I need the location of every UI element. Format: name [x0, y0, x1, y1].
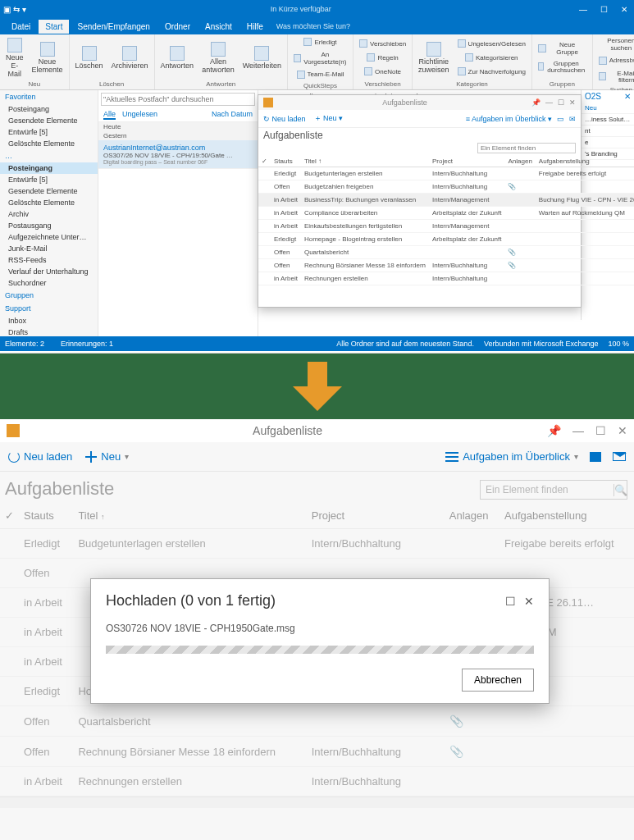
table-row[interactable]: in ArbeitBusinessTrip: Buchungen veranla…	[258, 194, 634, 207]
tab-hilfe[interactable]: Hilfe	[240, 20, 270, 34]
tab-start[interactable]: Start	[39, 20, 69, 34]
support-header[interactable]: Support	[0, 302, 98, 315]
move-button[interactable]: Verschieben	[357, 38, 408, 51]
folder-item[interactable]: Entwürfe [5]	[0, 126, 98, 138]
folder-item[interactable]: Suchordner	[0, 277, 98, 289]
folder-item[interactable]: Entwürfe [5]	[0, 174, 98, 185]
folder-item[interactable]: Posteingang	[0, 103, 98, 115]
close-icon[interactable]: ✕	[618, 5, 631, 14]
table-row[interactable]: ErledigtBudgetunterlagen erstellenIntern…	[258, 167, 634, 180]
filter-mail[interactable]: E-Mail filtern	[596, 69, 634, 87]
reload-button[interactable]: Neu laden	[8, 450, 72, 463]
account-header[interactable]: …	[0, 149, 98, 162]
maximize-icon[interactable]: ☐	[597, 5, 611, 14]
close-icon[interactable]: ✕	[569, 98, 576, 107]
tell-me[interactable]: Was möchten Sie tun?	[276, 22, 350, 30]
mail-icon[interactable]: ✉	[569, 115, 576, 123]
table-row[interactable]: in ArbeitRechnungen erstellenIntern/Buch…	[258, 272, 634, 285]
folder-item[interactable]: Inbox	[0, 315, 98, 326]
groups-header[interactable]: Gruppen	[0, 289, 98, 302]
o2s-item[interactable]: e	[582, 137, 634, 148]
new-button[interactable]: Neu▾	[85, 450, 129, 463]
search-input[interactable]	[101, 93, 255, 106]
pin-icon[interactable]: 📌	[547, 424, 561, 437]
new-items-button[interactable]: Neue Elemente	[30, 36, 66, 80]
view-selector[interactable]: ≡ Aufgaben im Überblick ▾	[466, 115, 552, 123]
group-today[interactable]: Heute	[98, 122, 258, 131]
folder-item[interactable]: RSS-Feeds	[0, 254, 98, 266]
view-selector[interactable]: Aufgaben im Überblick▾	[445, 450, 578, 463]
onenote-button[interactable]: OneNote	[357, 66, 408, 79]
folder-item[interactable]: Postausgang	[0, 220, 98, 231]
tab-datei[interactable]: Datei	[5, 20, 37, 34]
rules-button[interactable]: Regeln	[357, 52, 408, 65]
table-row[interactable]: OffenRechnung Börsianer Messe 18 einford…	[258, 259, 634, 272]
folder-item[interactable]: Aufgezeichnete Unterha…	[0, 231, 98, 243]
table-row[interactable]: OffenBudgetzahlen freigebenIntern/Buchha…	[258, 180, 634, 194]
col-title[interactable]: Titel ↑	[301, 156, 429, 167]
unread-button[interactable]: Ungelesen/Gelesen	[455, 38, 528, 51]
followup-button[interactable]: Zur Nachverfolgung	[455, 66, 528, 79]
browse-groups-button[interactable]: Gruppen durchsuchen	[536, 59, 589, 77]
sort-by[interactable]: Nach Datum	[212, 110, 253, 120]
new-button[interactable]: ＋ Neu ▾	[314, 113, 344, 124]
o2s-close-icon[interactable]: ✕	[624, 92, 631, 101]
new-mail-button[interactable]: Neue E-Mail	[3, 36, 26, 80]
new-group-button[interactable]: Neue Gruppe	[536, 40, 589, 58]
filter-all[interactable]: Alle	[103, 110, 116, 120]
minimize-icon[interactable]: —	[545, 98, 553, 107]
cancel-button[interactable]: Abbrechen	[462, 669, 534, 692]
maximize-icon[interactable]: ☐	[505, 595, 516, 608]
folder-pane[interactable]: Favoriten Posteingang Gesendete Elemente…	[0, 90, 98, 336]
folder-item[interactable]: Gelöschte Elemente	[0, 197, 98, 208]
o2s-new[interactable]: Neu	[582, 103, 634, 114]
close-icon[interactable]: ✕	[618, 424, 627, 437]
qs-boss[interactable]: An Vorgesetzte(n)	[291, 50, 349, 68]
col-status[interactable]: Stauts	[271, 156, 301, 167]
pin-icon[interactable]: 📌	[531, 98, 540, 107]
folder-item-inbox[interactable]: Posteingang	[0, 162, 98, 174]
tab-senden[interactable]: Senden/Empfangen	[71, 20, 156, 34]
filter-unread[interactable]: Ungelesen	[122, 110, 157, 120]
card-icon[interactable]: ▭	[557, 115, 564, 123]
card-view-icon[interactable]	[590, 452, 601, 462]
address-book[interactable]: Adressbuch	[596, 55, 634, 68]
folder-item[interactable]: Verlauf der Unterhaltung	[0, 266, 98, 277]
table-row[interactable]: ErledigtHomepage - Blogeintrag erstellen…	[258, 233, 634, 246]
delete-button[interactable]: Löschen	[73, 36, 106, 80]
folder-item[interactable]: Archiv	[0, 208, 98, 220]
folder-item[interactable]: Gesendete Elemente	[0, 185, 98, 197]
policy-button[interactable]: Richtlinie zuweisen	[416, 36, 452, 80]
o2s-item[interactable]: …iness Solutions	[582, 114, 634, 126]
reply-all-button[interactable]: Allen antworten	[199, 36, 237, 80]
qs-done[interactable]: Erledigt	[291, 36, 349, 49]
col-attach[interactable]: Anlagen	[504, 156, 535, 167]
qs-team[interactable]: Team-E-Mail	[291, 69, 349, 82]
forward-button[interactable]: Weiterleiten	[240, 36, 284, 80]
folder-item[interactable]: Drafts	[0, 326, 98, 336]
group-yesterday[interactable]: Gestern	[98, 131, 258, 140]
o2s-item[interactable]: nt	[582, 126, 634, 137]
table-row[interactable]: in ArbeitCompliance überarbeitenArbeitsp…	[258, 207, 634, 220]
quickaccess[interactable]: ▣ ⇆ ▾	[3, 5, 26, 14]
folder-item[interactable]: Gelöschte Elemente	[0, 138, 98, 149]
minimize-icon[interactable]: —	[576, 5, 591, 14]
tab-ordner[interactable]: Ordner	[158, 20, 197, 34]
favorites-header[interactable]: Favoriten	[0, 90, 98, 103]
reload-button[interactable]: ↻ Neu laden	[263, 115, 306, 123]
mail-icon[interactable]	[613, 452, 626, 461]
table-row[interactable]: OffenQuartalsbericht📎	[258, 246, 634, 259]
tab-ansicht[interactable]: Ansicht	[198, 20, 239, 34]
people-search[interactable]: Personen suchen	[596, 36, 634, 54]
folder-item[interactable]: Gesendete Elemente	[0, 115, 98, 126]
message-item[interactable]: AustrianInternet@austrian.com OS307/26 N…	[98, 140, 258, 169]
categorize-button[interactable]: Kategorisieren	[455, 52, 528, 65]
close-icon[interactable]: ✕	[524, 595, 534, 608]
minimize-icon[interactable]: —	[572, 424, 584, 437]
zoom-level[interactable]: 100 %	[608, 340, 629, 348]
reply-button[interactable]: Antworten	[158, 36, 197, 80]
maximize-icon[interactable]: ☐	[595, 424, 606, 437]
overlay-search-input[interactable]	[477, 143, 576, 153]
col-task[interactable]: Aufgabenstellung	[536, 156, 634, 167]
folder-item[interactable]: Junk-E-Mail	[0, 243, 98, 254]
